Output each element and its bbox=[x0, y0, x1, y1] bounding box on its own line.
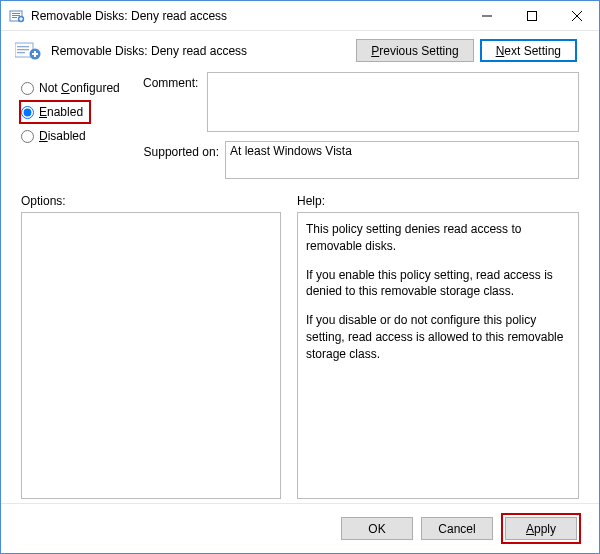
radio-not-configured-label: Not Configured bbox=[39, 81, 120, 95]
radio-enabled[interactable]: Enabled bbox=[19, 100, 91, 124]
radio-disabled-input[interactable] bbox=[21, 130, 34, 143]
svg-rect-6 bbox=[19, 18, 22, 19]
window-controls bbox=[464, 1, 599, 30]
state-radios: Not Configured Enabled Disabled bbox=[21, 72, 139, 182]
apply-button[interactable]: Apply bbox=[505, 517, 577, 540]
radio-not-configured-input[interactable] bbox=[21, 82, 34, 95]
comment-textarea[interactable] bbox=[207, 72, 579, 132]
body: Not Configured Enabled Disabled Comment: bbox=[1, 70, 599, 499]
apply-highlight: Apply bbox=[501, 513, 581, 544]
ok-button[interactable]: OK bbox=[341, 517, 413, 540]
svg-rect-8 bbox=[527, 11, 536, 20]
help-panel[interactable]: This policy setting denies read access t… bbox=[297, 212, 579, 499]
svg-rect-17 bbox=[32, 53, 38, 55]
footer: OK Cancel Apply bbox=[1, 503, 599, 553]
comment-column: Comment: Supported on: At least Windows … bbox=[143, 72, 579, 182]
help-paragraph: If you disable or do not configure this … bbox=[306, 312, 570, 362]
close-button[interactable] bbox=[554, 1, 599, 30]
window-title: Removable Disks: Deny read access bbox=[31, 9, 464, 23]
radio-enabled-input[interactable] bbox=[21, 106, 34, 119]
policy-editor-window: Removable Disks: Deny read access Remova… bbox=[0, 0, 600, 554]
svg-rect-3 bbox=[12, 17, 17, 18]
svg-rect-14 bbox=[17, 52, 25, 53]
svg-rect-13 bbox=[17, 49, 29, 50]
svg-rect-12 bbox=[17, 46, 29, 47]
help-column: Help: This policy setting denies read ac… bbox=[297, 194, 579, 499]
lower-panels: Options: Help: This policy setting denie… bbox=[21, 194, 579, 499]
policy-header-icon bbox=[13, 41, 45, 61]
options-column: Options: bbox=[21, 194, 281, 499]
next-setting-button[interactable]: Next Setting bbox=[480, 39, 577, 62]
comment-label: Comment: bbox=[143, 72, 207, 135]
svg-rect-1 bbox=[12, 13, 20, 14]
supported-label: Supported on: bbox=[143, 141, 225, 182]
radio-enabled-label: Enabled bbox=[39, 105, 83, 119]
supported-row: Supported on: At least Windows Vista bbox=[143, 141, 579, 182]
radio-not-configured[interactable]: Not Configured bbox=[21, 76, 139, 100]
policy-title: Removable Disks: Deny read access bbox=[51, 44, 356, 58]
help-paragraph: This policy setting denies read access t… bbox=[306, 221, 570, 255]
maximize-button[interactable] bbox=[509, 1, 554, 30]
options-label: Options: bbox=[21, 194, 281, 208]
nav-buttons: Previous Setting Next Setting bbox=[356, 39, 577, 62]
minimize-button[interactable] bbox=[464, 1, 509, 30]
help-label: Help: bbox=[297, 194, 579, 208]
svg-rect-2 bbox=[12, 15, 20, 16]
options-panel[interactable] bbox=[21, 212, 281, 499]
cancel-button[interactable]: Cancel bbox=[421, 517, 493, 540]
policy-icon bbox=[9, 8, 25, 24]
settings-top-row: Not Configured Enabled Disabled Comment: bbox=[21, 72, 579, 182]
comment-row: Comment: bbox=[143, 72, 579, 135]
header: Removable Disks: Deny read access Previo… bbox=[1, 31, 599, 70]
titlebar: Removable Disks: Deny read access bbox=[1, 1, 599, 31]
help-paragraph: If you enable this policy setting, read … bbox=[306, 267, 570, 301]
supported-textarea: At least Windows Vista bbox=[225, 141, 579, 179]
radio-disabled[interactable]: Disabled bbox=[21, 124, 139, 148]
previous-setting-button[interactable]: Previous Setting bbox=[356, 39, 473, 62]
radio-disabled-label: Disabled bbox=[39, 129, 86, 143]
